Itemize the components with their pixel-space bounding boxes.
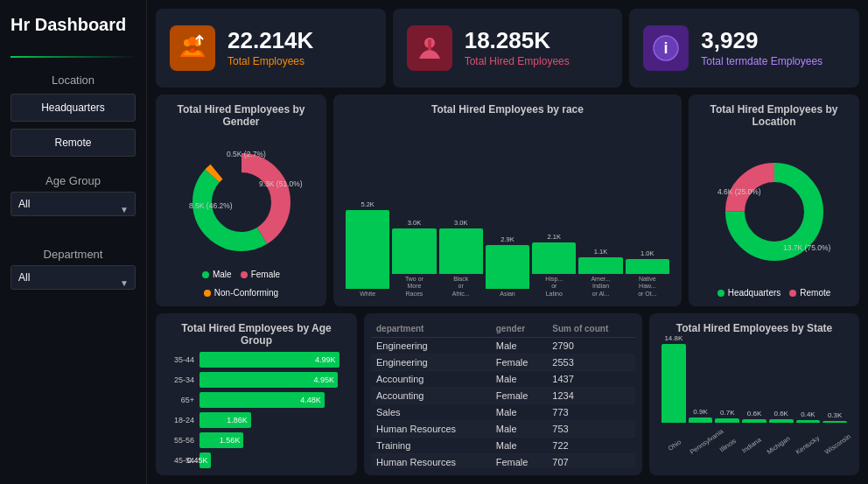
charts-row: Total Hired Employees by Gender (156, 95, 859, 306)
table-cell: 2553 (547, 354, 635, 371)
race-bar-white: 5.2K White (346, 200, 389, 298)
table-cell: Male (491, 338, 548, 354)
age-group-section: Age Group All 18-24 25-34 35-44 45-54 55… (10, 174, 136, 237)
table-cell: 722 (547, 438, 635, 454)
table-cell: Female (491, 354, 548, 371)
legend-hq: Headquarters (718, 288, 781, 298)
table-cell: Accounting (371, 388, 491, 404)
department-section: Department All Engineering Accounting Sa… (10, 248, 136, 311)
hq-dot (718, 290, 724, 297)
state-chart-title: Total Hired Employees by State (660, 322, 849, 334)
dashboard-title: Hr Dashboard (10, 14, 136, 35)
remote-legend-label: Remote (800, 288, 830, 298)
kpi-total-employees: 22.214K Total Employees (156, 9, 386, 88)
table-body: EngineeringMale2790EngineeringFemale2553… (371, 338, 635, 469)
state-bar-wisconsin: 0.3K (822, 411, 847, 423)
total-employees-values: 22.214K Total Employees (228, 29, 313, 67)
state-bars: 14.8K 0.9K 0.7K 0.6K 0.6K (660, 340, 849, 423)
table-cell: 773 (547, 404, 635, 421)
table-row: TrainingMale722 (371, 438, 635, 454)
table-cell: Male (491, 371, 548, 388)
total-employees-icon (170, 25, 215, 71)
table-cell: 753 (547, 421, 635, 438)
table-row: EngineeringMale2790 (371, 338, 635, 354)
department-label: Department (10, 248, 136, 261)
female-dot (241, 271, 248, 278)
table-cell: 2790 (547, 338, 635, 354)
location-legend: Headquarters Remote (699, 288, 849, 298)
location-donut-container: 4.6K (25.0%) 13.7K (75.0%) (699, 133, 849, 284)
table-cell: Male (491, 421, 548, 438)
kpi-row: 22.214K Total Employees 18.285K Total Hi… (156, 9, 859, 88)
department-select[interactable]: All Engineering Accounting Sales Human R… (10, 265, 136, 290)
male-annotation: 9.3K (51.0%) (259, 179, 303, 188)
table-row: Human ResourcesMale753 (371, 421, 635, 438)
col-gender: gender (491, 320, 548, 338)
label-pennsylvania: Pennsylvania (688, 434, 714, 456)
term-employees-label: Total termdate Employees (701, 55, 822, 67)
hired-employees-label: Total Hired Employees (465, 55, 570, 67)
hq-legend-label: Headquarters (728, 288, 781, 298)
label-ohio: Ohio (663, 436, 685, 455)
gender-chart-title: Total Hired Employees by Gender (166, 103, 316, 128)
headquarters-button[interactable]: Headquarters (10, 94, 136, 122)
table-cell: Sales (371, 404, 491, 421)
label-wisconsin: Wisconsin (823, 434, 850, 456)
total-employees-value: 22.214K (228, 29, 313, 52)
nonconf-annotation: 0.5K (2.7%) (227, 150, 266, 158)
department-select-wrapper[interactable]: All Engineering Accounting Sales Human R… (10, 265, 136, 300)
table-cell: Human Resources (371, 454, 491, 469)
svg-point-2 (188, 37, 197, 46)
hired-employees-values: 18.285K Total Hired Employees (465, 29, 570, 67)
kpi-term-employees: i 3,929 Total termdate Employees (629, 9, 859, 88)
race-chart: Total Hired Employees by race 5.2K White… (333, 95, 682, 306)
gender-chart: Total Hired Employees by Gender (156, 95, 326, 306)
table-row: AccountingMale1437 (371, 371, 635, 388)
remote-annotation: 4.6K (25.0%) (718, 187, 761, 196)
hq-annotation: 13.7K (75.0%) (783, 243, 831, 252)
legend-female: Female (241, 270, 280, 279)
male-label: Male (213, 270, 232, 279)
col-department: department (371, 320, 491, 338)
department-table: department gender Sum of count Engineeri… (364, 313, 642, 475)
female-label: Female (251, 270, 280, 279)
state-bar-kentucky: 0.4K (796, 410, 821, 423)
state-bar-ohio: 14.8K (662, 334, 686, 423)
age-bars: 35-44 4.99K 25-34 4.95K 65+ 4.48K (166, 352, 346, 468)
age-group-select[interactable]: All 18-24 25-34 35-44 45-54 55-56 65+ (10, 192, 136, 216)
age-bar-25-34: 25-34 4.95K (166, 372, 346, 388)
bottom-row: Total Hired Employees by Age Group 35-44… (156, 313, 859, 475)
table-cell: Engineering (371, 338, 491, 354)
male-dot (202, 271, 209, 278)
table-row: AccountingFemale1234 (371, 388, 635, 404)
remote-button[interactable]: Remote (10, 129, 136, 157)
svg-rect-5 (428, 39, 431, 50)
total-employees-label: Total Employees (228, 55, 313, 67)
table-wrapper: department gender Sum of count Engineeri… (371, 320, 635, 468)
table-cell: Engineering (371, 354, 491, 371)
state-bar-michigan: 0.6K (769, 410, 794, 423)
state-bar-pennsylvania: 0.9K (689, 408, 713, 423)
table-header-row: department gender Sum of count (371, 320, 635, 338)
race-bar-native: 1.0K NativeHaw...or Ot... (626, 249, 669, 298)
state-chart: Total Hired Employees by State 14.8K 0.9… (649, 313, 859, 475)
race-bars: 5.2K White 3.0K Two orMoreRaces 3.0K Bla… (344, 121, 671, 298)
age-group-select-wrapper[interactable]: All 18-24 25-34 35-44 45-54 55-56 65+ (10, 192, 136, 227)
term-employees-value: 3,929 (701, 29, 822, 52)
label-kentucky: Kentucky (794, 434, 821, 456)
age-chart: Total Hired Employees by Age Group 35-44… (156, 313, 357, 475)
nonconf-dot (204, 290, 211, 297)
table-row: EngineeringFemale2553 (371, 354, 635, 371)
term-employees-icon: i (643, 25, 689, 71)
col-sum: Sum of count (547, 320, 635, 338)
main-content: 22.214K Total Employees 18.285K Total Hi… (147, 0, 868, 484)
remote-dot (789, 290, 796, 297)
legend-nonconf: Non-Conforming (204, 288, 278, 298)
label-illinois: Illinois (717, 436, 738, 455)
age-bar-55-56: 55-56 1.56K (166, 432, 346, 448)
table-row: SalesMale773 (371, 404, 635, 421)
gender-legend: Male Female Non-Conforming (166, 270, 316, 298)
location-donut-svg: 4.6K (25.0%) 13.7K (75.0%) (709, 152, 840, 266)
table-cell: Female (491, 454, 548, 469)
table-cell: 1437 (547, 371, 635, 388)
